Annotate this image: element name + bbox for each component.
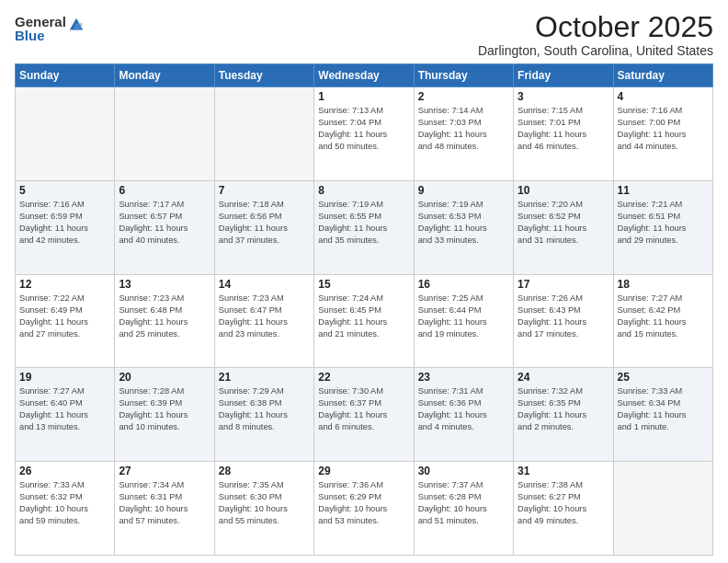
title-block: October 2025 Darlington, South Carolina,…: [478, 11, 713, 58]
day-info: Sunrise: 7:33 AM Sunset: 6:32 PM Dayligh…: [19, 479, 110, 527]
calendar-cell: 12Sunrise: 7:22 AM Sunset: 6:49 PM Dayli…: [16, 274, 115, 368]
day-number: 20: [119, 371, 210, 384]
calendar-cell: 5Sunrise: 7:16 AM Sunset: 6:59 PM Daylig…: [16, 180, 115, 274]
col-thursday: Thursday: [414, 64, 513, 87]
day-info: Sunrise: 7:29 AM Sunset: 6:38 PM Dayligh…: [219, 385, 310, 433]
day-number: 19: [19, 371, 110, 384]
col-monday: Monday: [115, 64, 214, 87]
calendar-cell: 23Sunrise: 7:31 AM Sunset: 6:36 PM Dayli…: [414, 368, 513, 462]
calendar-cell: 19Sunrise: 7:27 AM Sunset: 6:40 PM Dayli…: [16, 368, 115, 462]
calendar-week-1: 5Sunrise: 7:16 AM Sunset: 6:59 PM Daylig…: [16, 180, 713, 274]
calendar-cell: 21Sunrise: 7:29 AM Sunset: 6:38 PM Dayli…: [214, 368, 313, 462]
calendar-cell: 11Sunrise: 7:21 AM Sunset: 6:51 PM Dayli…: [613, 180, 712, 274]
calendar-cell: 8Sunrise: 7:19 AM Sunset: 6:55 PM Daylig…: [314, 180, 414, 274]
day-number: 11: [618, 184, 709, 197]
day-info: Sunrise: 7:30 AM Sunset: 6:37 PM Dayligh…: [318, 385, 409, 433]
calendar-cell: 13Sunrise: 7:23 AM Sunset: 6:48 PM Dayli…: [115, 274, 214, 368]
day-info: Sunrise: 7:23 AM Sunset: 6:47 PM Dayligh…: [219, 293, 310, 340]
day-info: Sunrise: 7:31 AM Sunset: 6:36 PM Dayligh…: [418, 385, 509, 433]
header: General Blue October 2025 Darlington, So…: [15, 11, 713, 58]
day-info: Sunrise: 7:37 AM Sunset: 6:28 PM Dayligh…: [418, 479, 509, 527]
logo-icon: [68, 17, 85, 33]
day-info: Sunrise: 7:19 AM Sunset: 6:53 PM Dayligh…: [418, 199, 509, 247]
logo: General Blue: [15, 15, 85, 42]
col-saturday: Saturday: [613, 64, 712, 87]
calendar-cell: 18Sunrise: 7:27 AM Sunset: 6:42 PM Dayli…: [613, 274, 712, 368]
day-info: Sunrise: 7:24 AM Sunset: 6:45 PM Dayligh…: [318, 293, 409, 340]
calendar-week-0: 1Sunrise: 7:13 AM Sunset: 7:04 PM Daylig…: [16, 87, 713, 181]
day-number: 29: [318, 465, 409, 477]
calendar-cell: 31Sunrise: 7:38 AM Sunset: 6:27 PM Dayli…: [514, 462, 613, 556]
day-number: 25: [618, 371, 709, 384]
col-wednesday: Wednesday: [314, 64, 414, 87]
calendar-week-3: 19Sunrise: 7:27 AM Sunset: 6:40 PM Dayli…: [16, 368, 713, 462]
day-info: Sunrise: 7:38 AM Sunset: 6:27 PM Dayligh…: [518, 479, 609, 527]
day-number: 21: [219, 371, 310, 384]
calendar-cell: 25Sunrise: 7:33 AM Sunset: 6:34 PM Dayli…: [613, 368, 712, 462]
logo-general: General: [15, 15, 66, 29]
calendar-cell: 9Sunrise: 7:19 AM Sunset: 6:53 PM Daylig…: [414, 180, 513, 274]
day-number: 22: [318, 371, 409, 384]
day-number: 8: [318, 184, 409, 197]
day-number: 5: [19, 184, 110, 197]
calendar-table: Sunday Monday Tuesday Wednesday Thursday…: [15, 63, 713, 556]
page: General Blue October 2025 Darlington, So…: [0, 0, 728, 563]
day-number: 31: [518, 465, 609, 477]
day-info: Sunrise: 7:13 AM Sunset: 7:04 PM Dayligh…: [318, 105, 409, 153]
day-number: 1: [318, 90, 409, 103]
calendar-cell: 14Sunrise: 7:23 AM Sunset: 6:47 PM Dayli…: [214, 274, 313, 368]
day-info: Sunrise: 7:32 AM Sunset: 6:35 PM Dayligh…: [518, 385, 609, 433]
day-info: Sunrise: 7:16 AM Sunset: 7:00 PM Dayligh…: [618, 105, 709, 153]
day-info: Sunrise: 7:26 AM Sunset: 6:43 PM Dayligh…: [518, 293, 609, 340]
calendar-cell: 29Sunrise: 7:36 AM Sunset: 6:29 PM Dayli…: [314, 462, 414, 556]
calendar-cell: 10Sunrise: 7:20 AM Sunset: 6:52 PM Dayli…: [514, 180, 613, 274]
calendar-cell: 24Sunrise: 7:32 AM Sunset: 6:35 PM Dayli…: [514, 368, 613, 462]
day-number: 6: [119, 184, 210, 197]
day-number: 24: [518, 371, 609, 384]
day-number: 16: [418, 278, 509, 291]
location: Darlington, South Carolina, United State…: [478, 43, 713, 58]
day-number: 27: [119, 465, 210, 477]
day-info: Sunrise: 7:35 AM Sunset: 6:30 PM Dayligh…: [219, 479, 310, 527]
day-info: Sunrise: 7:28 AM Sunset: 6:39 PM Dayligh…: [119, 385, 210, 433]
calendar-cell: 28Sunrise: 7:35 AM Sunset: 6:30 PM Dayli…: [214, 462, 313, 556]
calendar-cell: 6Sunrise: 7:17 AM Sunset: 6:57 PM Daylig…: [115, 180, 214, 274]
calendar-cell: 15Sunrise: 7:24 AM Sunset: 6:45 PM Dayli…: [314, 274, 414, 368]
calendar-cell: [214, 87, 313, 181]
day-info: Sunrise: 7:34 AM Sunset: 6:31 PM Dayligh…: [119, 479, 210, 527]
day-info: Sunrise: 7:18 AM Sunset: 6:56 PM Dayligh…: [219, 199, 310, 247]
col-tuesday: Tuesday: [214, 64, 313, 87]
calendar-cell: [115, 87, 214, 181]
calendar-cell: 4Sunrise: 7:16 AM Sunset: 7:00 PM Daylig…: [613, 87, 712, 181]
day-info: Sunrise: 7:27 AM Sunset: 6:42 PM Dayligh…: [618, 293, 709, 340]
day-number: 30: [418, 465, 509, 477]
day-number: 13: [119, 278, 210, 291]
calendar-cell: 20Sunrise: 7:28 AM Sunset: 6:39 PM Dayli…: [115, 368, 214, 462]
day-number: 12: [19, 278, 110, 291]
month-title: October 2025: [478, 11, 713, 43]
day-info: Sunrise: 7:27 AM Sunset: 6:40 PM Dayligh…: [19, 385, 110, 433]
day-number: 18: [618, 278, 709, 291]
day-info: Sunrise: 7:20 AM Sunset: 6:52 PM Dayligh…: [518, 199, 609, 247]
calendar-cell: [16, 87, 115, 181]
logo-text: General Blue: [15, 15, 66, 42]
day-number: 26: [19, 465, 110, 477]
calendar-week-2: 12Sunrise: 7:22 AM Sunset: 6:49 PM Dayli…: [16, 274, 713, 368]
day-number: 14: [219, 278, 310, 291]
calendar-cell: 2Sunrise: 7:14 AM Sunset: 7:03 PM Daylig…: [414, 87, 513, 181]
calendar-cell: 26Sunrise: 7:33 AM Sunset: 6:32 PM Dayli…: [16, 462, 115, 556]
calendar-cell: 30Sunrise: 7:37 AM Sunset: 6:28 PM Dayli…: [414, 462, 513, 556]
col-sunday: Sunday: [16, 64, 115, 87]
logo-blue: Blue: [15, 29, 66, 42]
calendar-week-4: 26Sunrise: 7:33 AM Sunset: 6:32 PM Dayli…: [16, 462, 713, 556]
day-info: Sunrise: 7:15 AM Sunset: 7:01 PM Dayligh…: [518, 105, 609, 153]
day-info: Sunrise: 7:33 AM Sunset: 6:34 PM Dayligh…: [618, 385, 709, 433]
day-number: 7: [219, 184, 310, 197]
day-info: Sunrise: 7:25 AM Sunset: 6:44 PM Dayligh…: [418, 293, 509, 340]
calendar-cell: 1Sunrise: 7:13 AM Sunset: 7:04 PM Daylig…: [314, 87, 414, 181]
day-info: Sunrise: 7:22 AM Sunset: 6:49 PM Dayligh…: [19, 293, 110, 340]
calendar-cell: 22Sunrise: 7:30 AM Sunset: 6:37 PM Dayli…: [314, 368, 414, 462]
day-number: 3: [518, 90, 609, 103]
calendar-cell: 3Sunrise: 7:15 AM Sunset: 7:01 PM Daylig…: [514, 87, 613, 181]
day-info: Sunrise: 7:16 AM Sunset: 6:59 PM Dayligh…: [19, 199, 110, 247]
